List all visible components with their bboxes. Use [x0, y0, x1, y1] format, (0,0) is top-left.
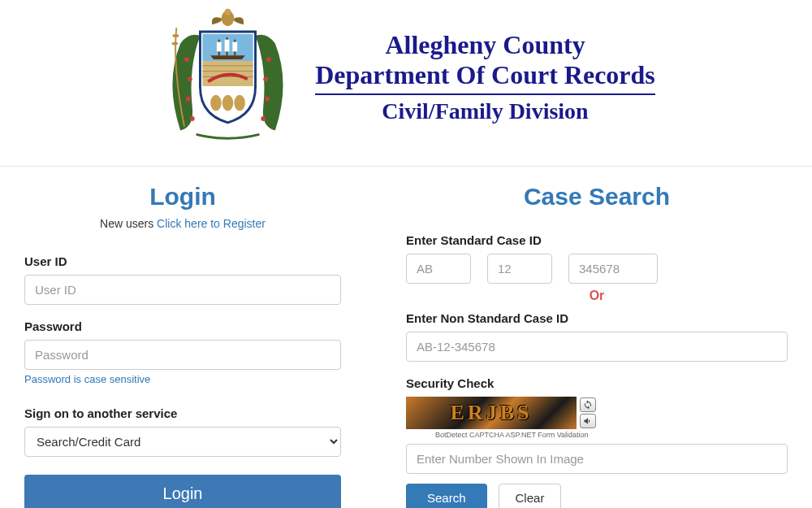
service-select[interactable]: Search/Credit Card	[24, 427, 341, 457]
captcha-refresh-icon[interactable]	[580, 397, 596, 412]
password-hint: Password is case sensitive	[24, 373, 341, 385]
county-seal	[157, 4, 299, 150]
login-button[interactable]: Login	[24, 475, 341, 508]
password-label: Password	[24, 319, 341, 333]
svg-point-8	[173, 34, 179, 37]
svg-point-5	[263, 76, 268, 81]
svg-point-4	[266, 57, 271, 62]
captcha-input[interactable]	[406, 444, 788, 474]
password-input[interactable]	[24, 340, 341, 370]
security-check-label: Security Check	[406, 376, 788, 390]
captcha-audio-icon[interactable]	[580, 414, 596, 428]
svg-point-0	[184, 57, 189, 62]
header-line2: Department Of Court Records	[315, 60, 655, 90]
search-section: Case Search Enter Standard Case ID Or En…	[406, 183, 788, 508]
newusers-prefix: New users	[100, 217, 157, 230]
or-separator: Or	[406, 289, 788, 303]
search-title: Case Search	[406, 183, 788, 211]
service-label: Sign on to another service	[24, 406, 341, 420]
register-link[interactable]: Click here to Register	[157, 217, 266, 230]
svg-point-21	[222, 95, 234, 111]
clear-button[interactable]: Clear	[499, 484, 562, 508]
userid-input[interactable]	[24, 275, 341, 305]
svg-point-6	[265, 97, 270, 102]
svg-point-11	[225, 9, 231, 15]
svg-point-2	[186, 97, 191, 102]
header-divider	[315, 93, 655, 95]
search-button[interactable]: Search	[406, 484, 487, 508]
svg-point-20	[210, 95, 222, 111]
caseid-part3-input[interactable]	[568, 254, 658, 284]
header: Allegheny County Department Of Court Rec…	[0, 0, 812, 166]
nonstandard-caseid-input[interactable]	[406, 332, 788, 362]
login-section: Login New users Click here to Register U…	[24, 183, 341, 508]
svg-point-22	[234, 95, 245, 111]
standard-caseid-label: Enter Standard Case ID	[406, 233, 788, 247]
svg-point-9	[172, 42, 179, 46]
header-line1: Allegheny County	[315, 30, 655, 60]
header-line3: Civil/Family Division	[315, 98, 655, 124]
svg-point-7	[261, 116, 266, 121]
nonstandard-caseid-label: Enter Non Standard Case ID	[406, 311, 788, 325]
userid-label: User ID	[24, 254, 341, 268]
caseid-part2-input[interactable]	[487, 254, 552, 284]
header-text: Allegheny County Department Of Court Rec…	[315, 30, 655, 124]
captcha-note: BotDetect CAPTCHA ASP.NET Form Validatio…	[435, 431, 788, 439]
login-subtext: New users Click here to Register	[24, 217, 341, 230]
captcha-image: ERJBS	[406, 397, 577, 429]
caseid-part1-input[interactable]	[406, 254, 471, 284]
svg-point-3	[190, 116, 195, 121]
svg-point-1	[188, 76, 192, 81]
login-title: Login	[24, 183, 341, 211]
